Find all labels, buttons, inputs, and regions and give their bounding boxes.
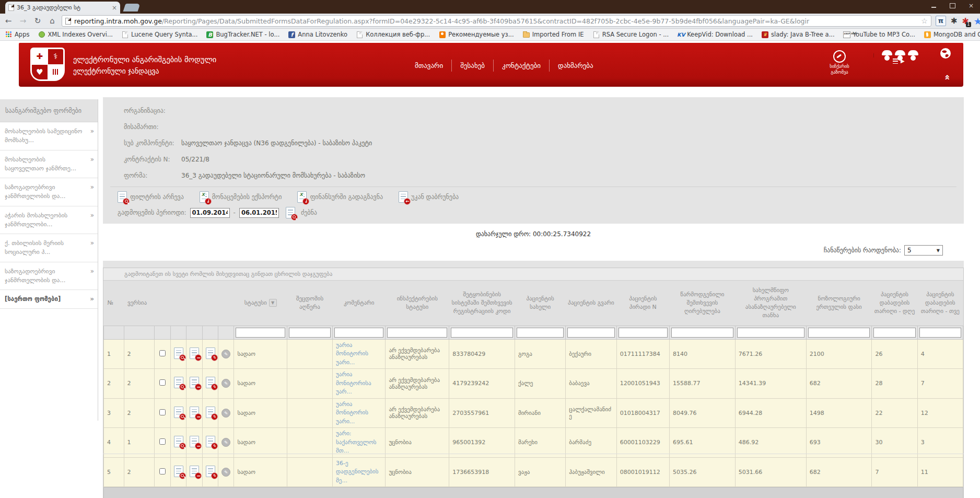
col-header-version[interactable]: ვერსია	[124, 281, 155, 326]
new-tab-button[interactable]	[123, 4, 141, 11]
filter-reg-code-input[interactable]	[451, 328, 513, 338]
search-button[interactable]: ძებნა	[301, 209, 317, 216]
filter-nosology-price-input[interactable]	[808, 328, 870, 338]
comment-link[interactable]: უარია მონიტორის უარი...	[336, 400, 382, 426]
bookmark-item[interactable]: Imported From IE	[523, 31, 584, 38]
col-header-first-name[interactable]: პაციენტის სახელი	[515, 281, 565, 326]
col-header-error[interactable]: შეცდომის აღწერა	[287, 281, 332, 326]
address-bar[interactable]: reporting.intra.moh.gov.ge/Reporting/Pag…	[62, 15, 931, 27]
row-checkbox[interactable]	[159, 409, 166, 415]
edit-row-icon[interactable]	[206, 466, 215, 477]
filter-state-amount-input[interactable]	[737, 328, 804, 338]
back-button[interactable]: ←	[3, 16, 14, 26]
sidebar-item[interactable]: ქ. თბილისის მერიის სოციალური პ... »	[0, 234, 98, 262]
bookmark-item[interactable]: SNIP MP3 YouTube to MP3 Co...	[844, 31, 915, 38]
sidebar-item[interactable]: აჭარის მოსახლეობის ჯანმრთელობი... »	[0, 206, 98, 235]
edit-row-icon[interactable]	[206, 436, 215, 447]
comment-link[interactable]: უარია მონიტორის უარი...	[336, 341, 382, 367]
edit-row-icon[interactable]	[206, 407, 215, 418]
reject-row-icon[interactable]	[190, 348, 199, 359]
group-by-hint[interactable]: გადმოიტანეთ ის სვეტი რომლის მიხედვითაც გ…	[103, 268, 963, 281]
view-details-icon[interactable]	[174, 407, 183, 418]
bookmark-item[interactable]: Lucene Query Synta...	[122, 31, 197, 38]
grid-pager[interactable]	[103, 487, 963, 498]
bookmark-item[interactable]: ♛ slady: Java B-Tree a...	[762, 31, 835, 38]
col-header-personal-n[interactable]: პაციენტის პირადი N	[616, 281, 669, 326]
speed-test-button[interactable]: სიჩქარის გაზომვა	[824, 50, 864, 75]
tab-close-icon[interactable]: ×	[112, 4, 117, 11]
col-header-reg-code[interactable]: შეტყობინების სისტემაში შემთხვევის რეგისტ…	[449, 281, 515, 326]
nav-item[interactable]: მთავარი	[406, 60, 451, 72]
refresh-button[interactable]: ↻	[32, 16, 43, 26]
period-to-input[interactable]	[239, 208, 279, 218]
collapse-header-chevron-icon[interactable]: «	[943, 75, 953, 80]
col-header-last-name[interactable]: პაციენტის გვარი	[566, 281, 616, 326]
fly-extension-icon[interactable]: ✱	[951, 16, 958, 26]
toolbar-button[interactable]: X ფინანსურში გადაგზავნა	[297, 191, 383, 203]
filter-first-name-input[interactable]	[517, 328, 564, 338]
reject-row-icon[interactable]	[190, 407, 199, 418]
sidebar-item[interactable]: საზოგადოებრივი ჯანმრთელობის და... »	[0, 178, 98, 206]
search-doc-icon[interactable]	[286, 207, 295, 218]
col-header-case-cost[interactable]: წარმოდგენილი შემთხვევის ღირებულება	[670, 281, 736, 326]
window-minimize-button[interactable]	[928, 2, 939, 9]
sidebar-item[interactable]: საზოგადოებრივი ჯანმრთელობის და... »	[0, 262, 98, 291]
toolbar-button[interactable]: X უკან დაბრუნება	[399, 191, 459, 203]
row-checkbox[interactable]	[159, 468, 166, 474]
home-button[interactable]: ⌂	[47, 16, 57, 26]
col-header-no[interactable]: №	[104, 281, 124, 326]
sidebar-item[interactable]: მოსახლეობის სამედიცინო მომსახუ... »	[0, 122, 98, 150]
bookmark-item[interactable]: B BugTracker.NET - lo...	[206, 31, 279, 38]
bookmark-item[interactable]: Коллекция веб-фр...	[356, 31, 430, 38]
filter-birth-month-input[interactable]	[919, 328, 961, 338]
filter-comment-input[interactable]	[334, 328, 383, 338]
profile-button[interactable]	[873, 53, 886, 57]
col-header-inspection[interactable]: ინსპექტირების სტატუსი	[386, 281, 449, 326]
forward-button[interactable]: →	[18, 16, 28, 26]
star-extension-icon[interactable]: ★	[974, 16, 980, 27]
comment-link[interactable]: უარი: საქართველოს მთ...	[336, 430, 382, 456]
filter-case-cost-input[interactable]	[671, 328, 733, 338]
bookmark-item[interactable]: KV KeepVid: Download ...	[678, 31, 753, 38]
col-header-nosology-price[interactable]: ნოზოლოგიური ერთეულის ფასი	[806, 281, 872, 326]
sidebar-item[interactable]: [საერთო ფომები] »	[0, 290, 98, 309]
records-count-select[interactable]: 5 ▼	[904, 245, 943, 256]
edit-row-icon[interactable]	[206, 348, 215, 359]
bookmark-item[interactable]: f Anna Litovzenko	[288, 31, 347, 38]
bookmark-item[interactable]: RSA Secure Logon - ...	[593, 31, 669, 38]
nav-item[interactable]: დახმარება	[549, 60, 602, 72]
col-header-state-amount[interactable]: სახელმწიფო პროგრამით ასანაზღაურებელი თან…	[735, 281, 806, 326]
col-header-comment[interactable]: კომენტარი	[333, 281, 386, 326]
bookmark-item[interactable]: XML Indexes Overvi...	[38, 31, 113, 38]
col-header-birth-day[interactable]: პაციენტის დაბადების თარიღი - დღე	[872, 281, 917, 326]
bookmark-item[interactable]: Apps	[5, 31, 29, 38]
browser-tab[interactable]: 36_3 გადაუდებელი სტ ×	[5, 2, 120, 14]
view-details-icon[interactable]	[174, 466, 183, 477]
reject-row-icon[interactable]	[190, 466, 199, 477]
filter-inspection-input[interactable]	[387, 328, 447, 338]
bookmark-item[interactable]: Рекомендуемые уз...	[439, 31, 514, 38]
view-details-icon[interactable]	[174, 436, 183, 447]
toolbar-button[interactable]: X მონაცემების ექსპორტი	[200, 191, 282, 203]
filter-error-input[interactable]	[289, 328, 331, 338]
comment-link[interactable]: უარია მონიტორისა უარ...	[336, 370, 382, 397]
col-header-status[interactable]: სტატუსი▼	[234, 281, 287, 326]
window-maximize-button[interactable]	[947, 2, 958, 9]
bookmark-star-icon[interactable]: ☆	[921, 17, 928, 25]
reject-row-icon[interactable]	[190, 377, 199, 388]
window-close-button[interactable]: ×	[965, 2, 977, 9]
status-filter-button[interactable]: ▼	[269, 299, 277, 307]
row-checkbox[interactable]	[159, 350, 166, 356]
comment-link[interactable]: 36-ე დადგენილების მე...	[336, 459, 382, 485]
pi-extension-icon[interactable]: π	[936, 16, 946, 26]
view-details-icon[interactable]	[174, 377, 183, 388]
nav-item[interactable]: შესახებ	[451, 60, 493, 72]
language-globe-icon[interactable]	[939, 47, 952, 62]
asterisk-extension-icon[interactable]: ✱1	[962, 16, 969, 26]
row-checkbox[interactable]	[159, 438, 166, 445]
filter-status-input[interactable]	[236, 328, 285, 338]
nav-item[interactable]: კონტაქტები	[493, 60, 549, 72]
sidebar-item[interactable]: მოსახლეობის საყოველთაო ჯანმრთე... »	[0, 150, 98, 179]
reject-row-icon[interactable]	[190, 436, 199, 447]
edit-row-icon[interactable]	[206, 377, 215, 388]
